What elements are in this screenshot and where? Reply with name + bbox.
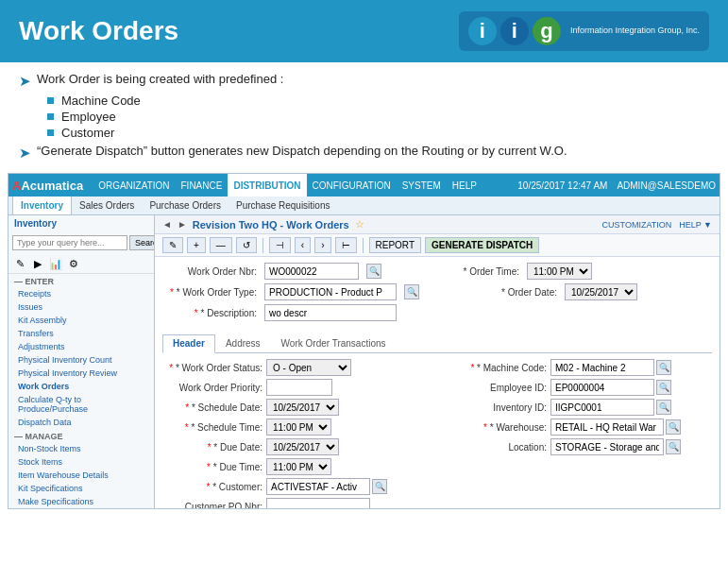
refresh-button[interactable]: ↺ [236,237,257,253]
schedule-date-value: 10/25/2017 [266,399,339,416]
sidebar-item-physical-review[interactable]: Physical Inventory Review [8,367,154,380]
sidebar-item-physical-count[interactable]: Physical Inventory Count [8,353,154,367]
due-date-row: * Due Date: 10/25/2017 [162,438,428,455]
due-time-select[interactable]: 11:00 PM [266,458,331,475]
employee-id-search[interactable]: 🔍 [656,380,671,395]
star-icon[interactable]: ☆ [355,218,364,231]
square-icon-2 [47,113,54,120]
toolbar-sep-2 [363,238,364,253]
edit-icon[interactable]: ✎ [12,256,27,271]
due-date-select[interactable]: 10/25/2017 [266,438,339,455]
schedule-time-label: * Schedule Time: [162,422,266,433]
sub-bullet-3: Customer [47,126,709,140]
nav-finance[interactable]: FINANCE [176,174,229,197]
sidebar-item-issues[interactable]: Issues [8,300,154,314]
sidebar-item-dispatch-data[interactable]: Dispatch Data [8,416,154,429]
sidebar-item-transfers[interactable]: Transfers [8,327,154,340]
square-icon-3 [47,129,54,136]
nav-back[interactable]: ◄ [162,219,172,230]
status-select[interactable]: O - Open [266,359,351,376]
subnav-purchase-reqs[interactable]: Purchase Requisitions [229,197,338,214]
chart-icon[interactable]: 📊 [48,256,63,271]
order-time-select[interactable]: 11:00 PM [527,263,592,280]
sidebar-item-item-warehouse[interactable]: Item Warehouse Details [8,469,154,482]
description-row: * Description: [162,304,712,321]
sidebar-item-make-specs[interactable]: Make Specifications [8,495,154,508]
order-date-select[interactable]: 10/25/2017 [565,283,637,300]
work-order-type-input[interactable] [264,283,397,300]
help-link[interactable]: HELP ▼ [679,220,712,230]
add-button[interactable]: + [187,237,206,253]
schedule-date-select[interactable]: 10/25/2017 [266,399,339,416]
schedule-time-row: * Schedule Time: 11:00 PM [162,419,428,436]
inventory-id-row: Inventory ID: 🔍 [447,399,712,416]
employee-id-value: 🔍 [550,379,671,396]
employee-id-input[interactable] [550,379,654,396]
logo-tagline: Information Integration Group, Inc. [570,26,700,37]
sidebar-item-receipts[interactable]: Receipts [8,287,154,300]
sidebar-item-stock-items[interactable]: Stock Items [8,455,154,469]
description-label: * Description: [162,308,257,318]
warehouse-search[interactable]: 🔍 [666,419,681,435]
first-button[interactable]: ⊣ [269,237,291,253]
description-input[interactable] [264,304,397,321]
search-button[interactable]: Search [129,235,155,250]
generate-dispatch-button[interactable]: GENERATE DISPATCH [425,237,539,253]
customer-po-input[interactable] [266,498,370,508]
last-button[interactable]: ⊢ [335,237,357,253]
app-nav: AAcumatica ORGANIZATION FINANCE DISTRIBU… [8,174,720,197]
play-icon[interactable]: ▶ [30,256,45,271]
schedule-date-row: * Schedule Date: 10/25/2017 [162,399,428,416]
work-order-nbr-search[interactable]: 🔍 [366,264,381,279]
nav-system[interactable]: SYSTEM [397,174,447,197]
search-input[interactable] [12,235,127,250]
tab-transactions[interactable]: Work Order Transactions [271,334,397,352]
square-icon-1 [47,97,54,104]
machine-code-search[interactable]: 🔍 [656,360,671,375]
inventory-id-search[interactable]: 🔍 [656,400,671,415]
priority-input[interactable] [266,379,332,396]
tab-address[interactable]: Address [215,334,271,352]
bullet-1: ➤ Work Order is being created with prede… [19,72,709,90]
subnav-sales-orders[interactable]: Sales Orders [72,197,142,214]
delete-button[interactable]: — [210,237,232,253]
settings-icon[interactable]: ⚙ [66,256,81,271]
left-col: * Work Order Status: O - Open Work Order… [162,359,428,508]
customer-label: * Customer: [162,482,266,492]
sidebar-item-kit-assembly[interactable]: Kit Assembly [8,314,154,327]
next-button[interactable]: › [314,237,330,253]
tab-header[interactable]: Header [162,334,215,353]
customer-input[interactable] [266,478,370,495]
sidebar-item-work-orders[interactable]: Work Orders [8,380,154,393]
sub-bullet-1: Machine Code [47,94,709,108]
machine-code-input[interactable] [550,359,654,376]
schedule-time-select[interactable]: 11:00 PM [266,419,331,436]
location-input[interactable] [550,438,664,455]
prev-button[interactable]: ‹ [295,237,311,253]
sidebar-item-non-stock[interactable]: Non-Stock Items [8,442,154,455]
nav-help[interactable]: HELP [447,174,483,197]
nav-distribution[interactable]: DISTRIBUTION [228,174,306,197]
work-order-nbr-label: Work Order Nbr: [162,266,257,277]
warehouse-input[interactable] [550,419,664,436]
report-button[interactable]: REPORT [369,237,422,253]
subnav-purchase-orders[interactable]: Purchase Orders [142,197,229,214]
customer-search[interactable]: 🔍 [372,479,387,494]
nav-configuration[interactable]: CONFIGURATION [307,174,397,197]
inventory-id-input[interactable] [550,399,654,416]
customization-link[interactable]: CUSTOMIZATION [602,220,672,230]
sidebar-search: Search [8,231,154,254]
subnav-inventory[interactable]: Inventory [12,197,72,214]
work-order-type-search[interactable]: 🔍 [404,284,419,299]
location-search[interactable]: 🔍 [666,439,681,454]
sidebar-item-adjustments[interactable]: Adjustments [8,340,154,353]
nav-forward[interactable]: ► [178,219,187,230]
nav-organization[interactable]: ORGANIZATION [93,174,175,197]
customer-value: 🔍 [266,478,387,495]
edit-button[interactable]: ✎ [162,237,183,253]
warehouse-value: 🔍 [550,419,681,436]
bullet-2: ➤ “Generate Dispatch” button generates n… [19,144,709,162]
sidebar-item-calculate-qty[interactable]: Calculate Q-ty to Produce/Purchase [8,393,154,416]
sidebar-item-kit-specs[interactable]: Kit Specifications [8,482,154,495]
work-order-nbr-input[interactable] [264,263,359,280]
